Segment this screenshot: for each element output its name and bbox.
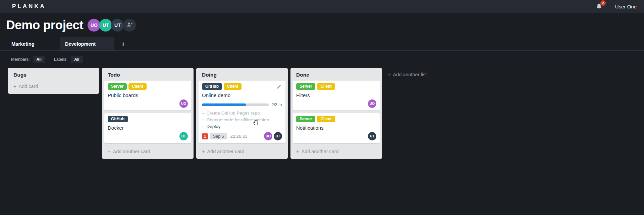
plus-icon: + [13, 84, 16, 89]
due-date-badge: Sep 5 [210, 133, 227, 139]
progress-bar [202, 103, 269, 106]
card-title: Notifications [296, 125, 376, 131]
card-online-demo[interactable]: GitHub Client Online demo 2/3 ▾ –Create … [199, 81, 285, 143]
list-done: Done Server Client Filters UO Server Cli… [290, 68, 382, 159]
add-board-button[interactable]: + [117, 37, 129, 50]
labels-filter: Labels: All [54, 56, 83, 63]
chevron-down-icon[interactable]: ▾ [280, 103, 282, 107]
planka-logo: PLANKA [12, 3, 46, 10]
task-item: –Deploy [202, 123, 282, 130]
labels-filter-label: Labels: [54, 57, 67, 62]
labels-filter-value[interactable]: All [71, 56, 83, 63]
project-members: UO UT UT [89, 19, 136, 32]
tasks-progress: 2/3 ▾ [202, 102, 282, 107]
card-label: Client [317, 116, 335, 122]
card-notifications[interactable]: Server Client Notifications UT [293, 113, 380, 143]
edit-card-button[interactable] [276, 84, 282, 90]
add-member-button[interactable] [123, 19, 136, 32]
members-filter-value[interactable]: All [33, 56, 45, 63]
card-filters[interactable]: Server Client Filters UO [293, 81, 380, 111]
task-item: –Create GitHub Pages repo [202, 110, 282, 116]
card-label: Server [108, 83, 127, 90]
avatar[interactable]: UO [264, 132, 272, 140]
card-label: GitHub [202, 83, 222, 90]
card-label: Server [296, 83, 315, 90]
list-title[interactable]: Done [290, 68, 382, 81]
user-menu[interactable]: User One [615, 4, 637, 9]
add-list-button[interactable]: +Add another list [388, 72, 427, 77]
progress-count: 2/3 [272, 102, 277, 107]
card-label: Client [224, 83, 241, 90]
list-doing: Doing GitHub Client Online demo [196, 68, 288, 159]
avatar[interactable]: UO [179, 99, 188, 108]
dash-icon: – [202, 124, 205, 129]
card-title: Docker [108, 125, 188, 131]
plus-icon: + [388, 72, 390, 77]
timer-value: 22:26:31 [230, 134, 248, 139]
tab-marketing[interactable]: Marketing [7, 37, 60, 50]
plus-icon: + [202, 149, 205, 154]
card-notification-badge: 1 [202, 133, 208, 139]
project-title[interactable]: Demo project [6, 18, 83, 32]
task-list: –Create GitHub Pages repo –Change code f… [202, 110, 282, 130]
card-label: Client [317, 83, 335, 90]
plus-icon: + [108, 149, 110, 154]
list-bugs: Bugs +Add card [8, 68, 99, 94]
task-item: –Change code for offline version [202, 116, 282, 123]
avatar[interactable]: UT [111, 19, 124, 32]
add-card-button[interactable]: +Add another card [196, 146, 288, 158]
notifications-button[interactable]: 2 [595, 3, 603, 10]
top-bar: PLANKA 2 User One [0, 0, 644, 13]
project-header: Demo project UO UT UT [0, 13, 136, 37]
add-card-button[interactable]: +Add card [8, 81, 99, 92]
notification-count-badge: 2 [600, 0, 606, 6]
dash-icon: – [202, 117, 205, 122]
board-canvas: Bugs +Add card Todo Server Client Public… [8, 68, 385, 159]
card-label: GitHub [108, 116, 128, 122]
plus-icon: + [296, 149, 299, 154]
dash-icon: – [202, 111, 205, 116]
add-card-button[interactable]: +Add another card [290, 146, 382, 158]
topbar-right: 2 User One [595, 3, 644, 10]
filter-bar: Members: All Labels: All [11, 54, 83, 64]
card-public-boards[interactable]: Server Client Public boards UO [104, 81, 191, 111]
avatar[interactable]: UO [368, 99, 376, 108]
list-title[interactable]: Bugs [8, 68, 99, 81]
plus-icon: + [121, 40, 125, 48]
avatar[interactable]: UT [179, 132, 188, 140]
pencil-icon [277, 85, 281, 90]
user-plus-icon [126, 21, 133, 29]
progress-bar-fill [202, 103, 246, 106]
card-docker[interactable]: GitHub Docker UT [104, 113, 191, 143]
card-label: Server [296, 116, 315, 122]
card-title: Filters [296, 92, 376, 98]
avatar[interactable]: UT [274, 132, 282, 140]
tab-development[interactable]: Development [60, 37, 114, 50]
list-title[interactable]: Todo [102, 68, 194, 81]
card-title: Online demo [202, 92, 282, 98]
avatar[interactable]: UO [88, 19, 100, 32]
add-card-button[interactable]: +Add another card [102, 146, 194, 158]
list-todo: Todo Server Client Public boards UO GitH… [102, 68, 194, 159]
list-title[interactable]: Doing [196, 68, 288, 81]
card-title: Public boards [108, 92, 188, 98]
avatar[interactable]: UT [99, 19, 112, 32]
members-filter: Members: All [11, 56, 45, 63]
card-label: Client [128, 83, 146, 90]
members-filter-label: Members: [11, 57, 30, 62]
board-tabs: Marketing Development + [0, 37, 644, 51]
avatar[interactable]: UT [368, 132, 376, 140]
